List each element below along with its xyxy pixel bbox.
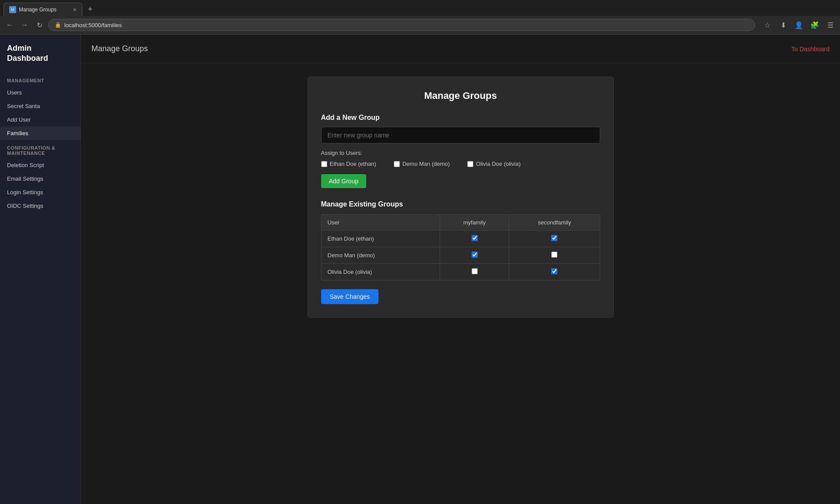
top-header: Manage Groups To Dashboard xyxy=(81,35,840,63)
existing-groups-title: Manage Existing Groups xyxy=(321,200,600,208)
content-area: Manage Groups Add a New Group Assign to … xyxy=(81,63,840,331)
sidebar-item-login-settings[interactable]: Login Settings xyxy=(0,186,80,199)
refresh-button[interactable]: ↻ xyxy=(33,19,46,31)
extensions-icon[interactable]: 🧩 xyxy=(808,19,821,31)
sidebar-item-email-settings[interactable]: Email Settings xyxy=(0,172,80,186)
user-checkboxes-row: Ethan Doe (ethan) Demo Man (demo) Olivia… xyxy=(321,161,600,167)
secondfamily-demo-checkbox[interactable] xyxy=(551,252,557,258)
myfamily-demo-cell[interactable] xyxy=(440,247,509,264)
main-content: Manage Groups To Dashboard Manage Groups… xyxy=(81,35,840,504)
user-ethan-cell: Ethan Doe (ethan) xyxy=(321,231,440,247)
management-section-label: MANAGEMENT xyxy=(0,73,80,86)
sidebar-item-families[interactable]: Families xyxy=(0,126,80,140)
card-title: Manage Groups xyxy=(321,90,600,102)
nav-right-icons: ☆ ⬇ 👤 🧩 ☰ xyxy=(761,19,836,31)
profile-icon[interactable]: 👤 xyxy=(793,19,805,31)
pocket-icon[interactable]: ⬇ xyxy=(777,19,789,31)
table-header-row: User myfamily secondfamily xyxy=(321,215,600,231)
page-title: Manage Groups xyxy=(91,44,148,53)
checkbox-olivia-input[interactable] xyxy=(467,161,473,167)
new-group-name-input[interactable] xyxy=(321,127,600,144)
myfamily-demo-checkbox[interactable] xyxy=(472,252,478,258)
tab-bar: M Manage Groups × + xyxy=(0,0,840,16)
secondfamily-olivia-cell[interactable] xyxy=(509,264,600,280)
security-icon: 🔒 xyxy=(54,21,62,29)
config-section-label: CONFIGURATION & MAINTENANCE xyxy=(0,140,80,158)
address-text: localhost:5000/families xyxy=(64,22,122,28)
col-secondfamily-header: secondfamily xyxy=(509,215,600,231)
myfamily-ethan-checkbox[interactable] xyxy=(472,235,478,241)
forward-button[interactable]: → xyxy=(18,19,31,31)
nav-bar: ← → ↻ 🔒 localhost:5000/families ☆ ⬇ 👤 🧩 … xyxy=(0,16,840,34)
assign-label: Assign to Users: xyxy=(321,150,600,156)
col-user-header: User xyxy=(321,215,440,231)
add-group-section-title: Add a New Group xyxy=(321,114,600,122)
sidebar: Admin Dashboard MANAGEMENT Users Secret … xyxy=(0,35,81,504)
app-layout: Admin Dashboard MANAGEMENT Users Secret … xyxy=(0,35,840,504)
checkbox-ethan-input[interactable] xyxy=(321,161,327,167)
checkbox-demo-input[interactable] xyxy=(394,161,400,167)
myfamily-ethan-cell[interactable] xyxy=(440,231,509,247)
table-row: Demo Man (demo) xyxy=(321,247,600,264)
sidebar-item-users[interactable]: Users xyxy=(0,86,80,99)
secondfamily-olivia-checkbox[interactable] xyxy=(551,268,557,274)
active-tab[interactable]: M Manage Groups × xyxy=(4,3,82,16)
table-row: Olivia Doe (olivia) xyxy=(321,264,600,280)
bookmark-icon[interactable]: ☆ xyxy=(761,19,774,31)
secondfamily-demo-cell[interactable] xyxy=(509,247,600,264)
secondfamily-ethan-checkbox[interactable] xyxy=(551,235,557,241)
checkbox-demo[interactable]: Demo Man (demo) xyxy=(394,161,450,167)
new-tab-button[interactable]: + xyxy=(84,3,96,15)
tab-title: Manage Groups xyxy=(19,7,56,13)
checkbox-ethan[interactable]: Ethan Doe (ethan) xyxy=(321,161,376,167)
myfamily-olivia-checkbox[interactable] xyxy=(472,268,478,274)
back-button[interactable]: ← xyxy=(4,19,16,31)
add-group-button[interactable]: Add Group xyxy=(321,174,367,188)
sidebar-title: Admin Dashboard xyxy=(0,43,80,73)
col-myfamily-header: myfamily xyxy=(440,215,509,231)
sidebar-item-oidc-settings[interactable]: OIDC Settings xyxy=(0,199,80,213)
sidebar-item-deletion-script[interactable]: Deletion Script xyxy=(0,158,80,172)
manage-groups-card: Manage Groups Add a New Group Assign to … xyxy=(308,77,614,318)
checkbox-ethan-label: Ethan Doe (ethan) xyxy=(330,161,376,167)
address-bar[interactable]: 🔒 localhost:5000/families xyxy=(48,19,755,31)
checkbox-olivia-label: Olivia Doe (olivia) xyxy=(476,161,521,167)
user-demo-cell: Demo Man (demo) xyxy=(321,247,440,264)
checkbox-demo-label: Demo Man (demo) xyxy=(402,161,450,167)
sidebar-item-add-user[interactable]: Add User xyxy=(0,113,80,126)
save-changes-button[interactable]: Save Changes xyxy=(321,289,379,304)
to-dashboard-link[interactable]: To Dashboard xyxy=(791,46,830,52)
myfamily-olivia-cell[interactable] xyxy=(440,264,509,280)
secondfamily-ethan-cell[interactable] xyxy=(509,231,600,247)
groups-table: User myfamily secondfamily Ethan Doe (et… xyxy=(321,214,600,280)
tab-close-button[interactable]: × xyxy=(73,7,77,13)
browser-chrome: M Manage Groups × + ← → ↻ 🔒 localhost:50… xyxy=(0,0,840,35)
tab-favicon: M xyxy=(9,6,16,13)
menu-icon[interactable]: ☰ xyxy=(824,19,836,31)
user-olivia-cell: Olivia Doe (olivia) xyxy=(321,264,440,280)
checkbox-olivia[interactable]: Olivia Doe (olivia) xyxy=(467,161,521,167)
table-row: Ethan Doe (ethan) xyxy=(321,231,600,247)
sidebar-item-secret-santa[interactable]: Secret Santa xyxy=(0,99,80,113)
